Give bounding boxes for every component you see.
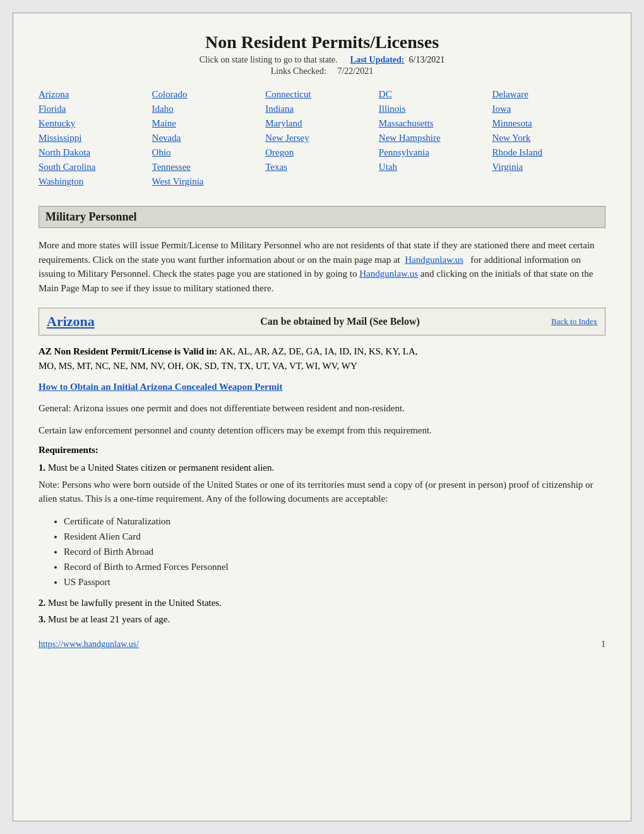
state-link-pennsylvania[interactable]: Pennsylvania <box>379 147 492 158</box>
state-link-connecticut[interactable]: Connecticut <box>265 89 379 100</box>
links-checked-label: Links Checked: <box>271 66 326 76</box>
page-number: 1 <box>601 639 605 650</box>
state-link-minnesota[interactable]: Minnesota <box>492 118 605 129</box>
page-container: Non Resident Permits/Licenses Click on s… <box>13 13 631 821</box>
subtitle-text: Click on state listing to go to that sta… <box>200 55 338 65</box>
list-item: Certificate of Naturalization <box>64 514 605 529</box>
state-link-ohio[interactable]: Ohio <box>152 147 266 158</box>
state-link-south-carolina[interactable]: South Carolina <box>39 162 152 172</box>
req-3: 3. Must be at least 21 years of age. <box>39 612 605 627</box>
req-1: 1. Must be a United States citizen or pe… <box>39 461 605 475</box>
state-grid: ArizonaColoradoConnecticutDCDelawareFlor… <box>39 89 605 187</box>
footer-link[interactable]: https://www.handgunlaw.us/ <box>39 639 139 650</box>
handgunlaw-link-1[interactable]: Handgunlaw.us <box>405 255 463 265</box>
req-3-text: Must be at least 21 years of age. <box>48 614 170 624</box>
list-item: Record of Birth to Armed Forces Personne… <box>64 559 605 574</box>
req-2: 2. Must be lawfully present in the Unite… <box>39 596 605 610</box>
state-link-delaware[interactable]: Delaware <box>492 89 605 100</box>
state-link-iowa[interactable]: Iowa <box>492 104 605 114</box>
state-link-rhode-island[interactable]: Rhode Island <box>492 147 605 158</box>
subtitle-row: Click on state listing to go to that sta… <box>39 55 605 65</box>
req-2-text: Must be lawfully present in the United S… <box>48 598 222 608</box>
state-link-new-hampshire[interactable]: New Hampshire <box>379 133 492 143</box>
req-1-text: Must be a United States citizen or perma… <box>48 462 274 473</box>
requirements-heading: Requirements: <box>39 445 605 456</box>
az-valid-label: AZ Non Resident Permit/License is Valid … <box>39 346 217 356</box>
state-link-indiana[interactable]: Indiana <box>265 104 379 114</box>
state-link-kentucky[interactable]: Kentucky <box>39 118 152 129</box>
arizona-header-bar: Arizona Can be obtained by Mail (See Bel… <box>39 308 605 335</box>
last-updated-row: Last Updated: 6/13/2021 <box>350 55 445 65</box>
state-link-dc[interactable]: DC <box>379 89 492 100</box>
military-section-header: Military Personnel <box>39 206 605 228</box>
links-checked: Links Checked: 7/22/2021 <box>39 66 605 76</box>
state-link-maryland[interactable]: Maryland <box>265 118 379 129</box>
state-link-massachusetts[interactable]: Massachusetts <box>379 118 492 129</box>
general-text-2: Certain law enforcement personnel and co… <box>39 423 605 438</box>
state-link-new-jersey[interactable]: New Jersey <box>265 133 379 143</box>
arizona-subtitle: Can be obtained by Mail (See Below) <box>129 316 551 327</box>
back-to-index-link[interactable]: Back to Index <box>551 317 597 327</box>
state-link-north-dakota[interactable]: North Dakota <box>39 147 152 158</box>
military-body-text: More and more states will issue Permit/L… <box>39 238 605 295</box>
state-link-utah[interactable]: Utah <box>379 162 492 172</box>
state-link-colorado[interactable]: Colorado <box>152 89 266 100</box>
state-link-idaho[interactable]: Idaho <box>152 104 266 114</box>
state-link-maine[interactable]: Maine <box>152 118 266 129</box>
list-item: Record of Birth Abroad <box>64 544 605 559</box>
state-link-washington[interactable]: Washington <box>39 176 152 187</box>
state-link-oregon[interactable]: Oregon <box>265 147 379 158</box>
links-checked-date: 7/22/2021 <box>337 66 373 76</box>
how-to-obtain-link[interactable]: How to Obtain an Initial Arizona Conceal… <box>39 382 605 392</box>
req-1-note: Note: Persons who were born outside of t… <box>39 478 605 506</box>
state-link-west-virginia[interactable]: West Virginia <box>152 176 266 187</box>
az-valid-states: AZ Non Resident Permit/License is Valid … <box>39 344 605 373</box>
list-item: US Passport <box>64 574 605 589</box>
state-link-nevada[interactable]: Nevada <box>152 133 266 143</box>
state-link-virginia[interactable]: Virginia <box>492 162 605 172</box>
last-updated-date: 6/13/2021 <box>409 55 445 64</box>
state-link-arizona[interactable]: Arizona <box>39 89 152 100</box>
arizona-title[interactable]: Arizona <box>47 313 129 330</box>
handgunlaw-link-2[interactable]: Handgunlaw.us <box>359 269 418 279</box>
list-item: Resident Alien Card <box>64 529 605 544</box>
state-link-texas[interactable]: Texas <box>265 162 379 172</box>
state-link-mississippi[interactable]: Mississippi <box>39 133 152 143</box>
state-link-florida[interactable]: Florida <box>39 104 152 114</box>
state-link-tennessee[interactable]: Tennessee <box>152 162 266 172</box>
footer: https://www.handgunlaw.us/ 1 <box>39 639 605 650</box>
doc-list: Certificate of NaturalizationResident Al… <box>64 514 605 589</box>
page-title: Non Resident Permits/Licenses <box>39 32 605 52</box>
req-2-number: 2. <box>39 598 45 608</box>
last-updated-label: Last Updated: <box>350 55 405 64</box>
state-link-illinois[interactable]: Illinois <box>379 104 492 114</box>
state-link-new-york[interactable]: New York <box>492 133 605 143</box>
general-text-1: General: Arizona issues one permit and d… <box>39 401 605 416</box>
req-3-number: 3. <box>39 614 45 624</box>
req-1-number: 1. <box>39 462 45 473</box>
